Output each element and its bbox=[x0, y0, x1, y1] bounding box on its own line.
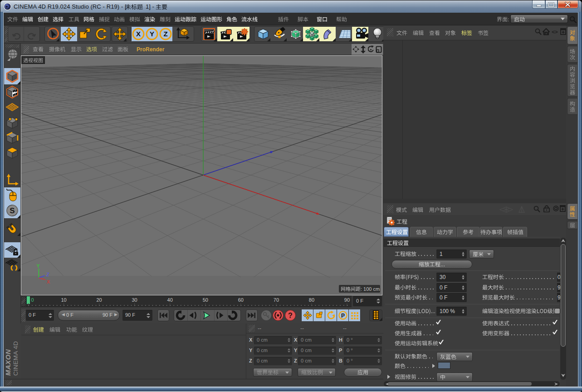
svg-text:X: X bbox=[136, 30, 141, 38]
svg-text:X: X bbox=[47, 279, 50, 284]
svg-text:Z: Z bbox=[46, 272, 49, 277]
svg-text:Z: Z bbox=[163, 30, 167, 38]
svg-text:60: 60 bbox=[238, 297, 244, 303]
svg-text:90: 90 bbox=[344, 297, 350, 303]
svg-text:40: 40 bbox=[167, 297, 173, 303]
svg-text:P: P bbox=[341, 313, 345, 319]
svg-text:0: 0 bbox=[31, 297, 34, 303]
svg-text:80: 80 bbox=[309, 297, 314, 303]
svg-text:20: 20 bbox=[96, 297, 102, 303]
svg-text:?: ? bbox=[288, 312, 293, 319]
svg-text:70: 70 bbox=[274, 297, 279, 303]
svg-text:S: S bbox=[10, 206, 15, 215]
svg-text:Y: Y bbox=[37, 263, 40, 269]
svg-text:30: 30 bbox=[132, 297, 137, 303]
svg-text:50: 50 bbox=[203, 297, 208, 303]
svg-text:Y: Y bbox=[150, 30, 154, 38]
svg-text:10: 10 bbox=[61, 297, 66, 303]
